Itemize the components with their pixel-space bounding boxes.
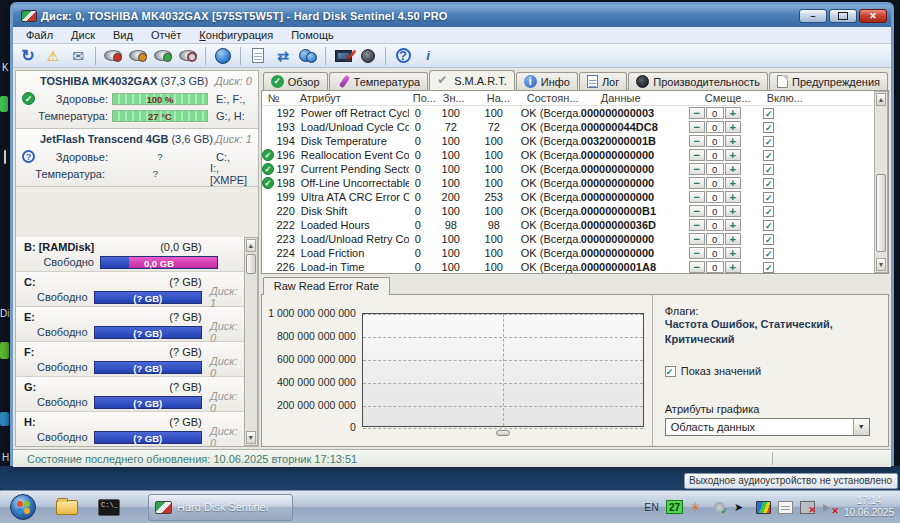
column-header[interactable]: На... (487, 92, 527, 104)
monitor-edit-icon[interactable] (332, 46, 354, 66)
sync-icon[interactable]: ⇄ (272, 46, 294, 66)
minus-button[interactable]: − (689, 177, 705, 189)
refresh-icon[interactable]: ↻ (17, 46, 39, 66)
table-row[interactable]: 193Load/Unload Cycle Cou...07272OK (Всег… (262, 120, 888, 134)
disk-remove-icon[interactable] (102, 46, 124, 66)
command-prompt-taskbar-button[interactable]: C:\_ (92, 494, 126, 520)
menu-item-6[interactable]: Помощь (282, 28, 343, 42)
plus-button[interactable]: + (725, 135, 741, 147)
enabled-checkbox[interactable]: ✓ (763, 136, 774, 147)
table-row[interactable]: 220Disk Shift0100100OK (Всегда...0000000… (262, 204, 888, 218)
attribute-chart-tab[interactable]: Raw Read Error Rate (263, 277, 390, 295)
help-icon[interactable]: ? (392, 46, 414, 66)
menu-item-5[interactable]: Конфигурация (190, 28, 282, 42)
warning-icon[interactable]: ⚠ (42, 46, 64, 66)
column-header[interactable]: Данные (601, 92, 705, 104)
plus-button[interactable]: + (725, 261, 741, 273)
minus-button[interactable]: − (689, 135, 705, 147)
minimize-button[interactable]: – (799, 9, 827, 23)
antivirus-tray-icon[interactable]: ✳ (690, 501, 705, 514)
language-indicator[interactable]: EN (644, 501, 659, 513)
enabled-checkbox[interactable]: ✓ (763, 150, 774, 161)
enabled-checkbox[interactable]: ✓ (763, 178, 774, 189)
table-row[interactable]: 194Disk Temperature0100100OK (Всегда...0… (262, 134, 888, 148)
disk-ok-icon[interactable] (152, 46, 174, 66)
minus-button[interactable]: − (689, 107, 705, 119)
minus-button[interactable]: − (689, 121, 705, 133)
tab-smart[interactable]: S.M.A.R.T. (429, 70, 515, 90)
enabled-checkbox[interactable]: ✓ (763, 206, 774, 217)
enabled-checkbox[interactable]: ✓ (763, 192, 774, 203)
tab-overview[interactable]: Обзор (263, 72, 328, 90)
table-row[interactable]: 226Load-in Time0100100OK (Всегда...00000… (262, 260, 888, 274)
table-row[interactable]: ✓198Off-Line Uncorrectable ...0100100OK … (262, 176, 888, 190)
table-row[interactable]: 222Loaded Hours09898OK (Всегда...0000000… (262, 218, 888, 232)
hdd-temperature-tray-icon[interactable]: 27 (666, 500, 683, 514)
graph-attributes-dropdown[interactable]: Область данных ▼ (665, 418, 870, 436)
column-header[interactable]: Смеще... (705, 92, 767, 104)
chart-slider-handle[interactable] (496, 430, 510, 436)
enabled-checkbox[interactable]: ✓ (763, 248, 774, 259)
volume-item[interactable]: G:(? GB)Свободно(? GB)Диск: 0 (16, 377, 244, 412)
minus-button[interactable]: − (689, 247, 705, 259)
notes-tray-icon[interactable] (778, 501, 793, 514)
maximize-button[interactable] (829, 9, 857, 23)
plus-button[interactable]: + (725, 219, 741, 231)
plus-button[interactable]: + (725, 191, 741, 203)
table-row[interactable]: 224Load Friction0100100OK (Всегда...0000… (262, 246, 888, 260)
enabled-checkbox[interactable]: ✓ (763, 234, 774, 245)
update-tray-icon[interactable] (712, 501, 727, 514)
show-values-checkbox[interactable]: ✓ (665, 366, 676, 377)
column-header[interactable]: Зн... (443, 92, 487, 104)
minus-button[interactable]: − (689, 205, 705, 217)
scroll-up-icon[interactable]: ▲ (876, 93, 886, 106)
tab-log[interactable]: Лог (579, 72, 627, 90)
plus-button[interactable]: + (725, 177, 741, 189)
plus-button[interactable]: + (725, 205, 741, 217)
minus-button[interactable]: − (689, 233, 705, 245)
column-header[interactable]: Атрибут (294, 92, 413, 104)
enabled-checkbox[interactable]: ✓ (763, 122, 774, 133)
smart-table-scrollbar[interactable]: ▲ ▼ (874, 91, 888, 273)
column-header[interactable]: Состоян... (527, 92, 601, 104)
tab-alerts[interactable]: Предупреждения (769, 72, 888, 90)
enabled-checkbox[interactable]: ✓ (763, 220, 774, 231)
table-row[interactable]: ✓197Current Pending Sector...0100100OK (… (262, 162, 888, 176)
pointer-tray-icon[interactable]: ➤ (734, 501, 749, 514)
disk-summary[interactable]: Диск: 1JetFlash Transcend 4GB (3,6 GB)?З… (16, 129, 258, 187)
close-button[interactable]: ✕ (859, 9, 887, 23)
display-settings-tray-icon[interactable] (756, 501, 771, 514)
plus-button[interactable]: + (725, 121, 741, 133)
minus-button[interactable]: − (689, 163, 705, 175)
minus-button[interactable]: − (689, 219, 705, 231)
enabled-checkbox[interactable]: ✓ (763, 164, 774, 175)
scroll-up-icon[interactable]: ▲ (246, 239, 256, 252)
menu-item-2[interactable]: Диск (62, 28, 104, 42)
chevron-down-icon[interactable]: ▼ (853, 419, 869, 435)
minus-button[interactable]: − (689, 261, 705, 273)
window-titlebar[interactable]: Диск: 0, TOSHIBA MK4032GAX [575ST5W5T] -… (13, 5, 891, 27)
plus-button[interactable]: + (725, 107, 741, 119)
network-disconnected-tray-icon[interactable] (800, 501, 815, 514)
explorer-taskbar-button[interactable] (50, 494, 84, 520)
minus-button[interactable]: − (689, 191, 705, 203)
tab-info[interactable]: Инфо (516, 72, 578, 90)
volume-item[interactable]: C:(? GB)Свободно(? GB)Диск: 1 (16, 272, 244, 307)
volume-item[interactable]: F:(? GB)Свободно(? GB)Диск: 0 (16, 342, 244, 377)
scrollbar-thumb[interactable] (246, 254, 256, 274)
menu-item-4[interactable]: Отчёт (142, 28, 190, 42)
scrollbar-thumb[interactable] (876, 174, 886, 252)
volume-item[interactable]: H:(? GB)Свободно(? GB)Диск: 0 (16, 412, 244, 446)
minus-button[interactable]: − (689, 149, 705, 161)
enabled-checkbox[interactable]: ✓ (763, 262, 774, 273)
volume-item[interactable]: B: [RAMDisk](0,0 GB)Свободно0,0 GB (16, 237, 244, 272)
column-header[interactable]: По... (413, 92, 443, 104)
enabled-checkbox[interactable]: ✓ (763, 108, 774, 119)
column-header[interactable]: Вклю... (767, 92, 811, 104)
disk-test-icon[interactable] (127, 46, 149, 66)
volume-item[interactable]: E:(? GB)Свободно(? GB)Диск: 0 (16, 307, 244, 342)
scroll-down-icon[interactable]: ▼ (876, 258, 886, 271)
start-button[interactable] (10, 494, 36, 520)
table-row[interactable]: 199Ultra ATA CRC Error Co...0200253OK (В… (262, 190, 888, 204)
hard-disk-sentinel-taskbar-button[interactable]: Hard Disk Sentinel (148, 494, 293, 521)
